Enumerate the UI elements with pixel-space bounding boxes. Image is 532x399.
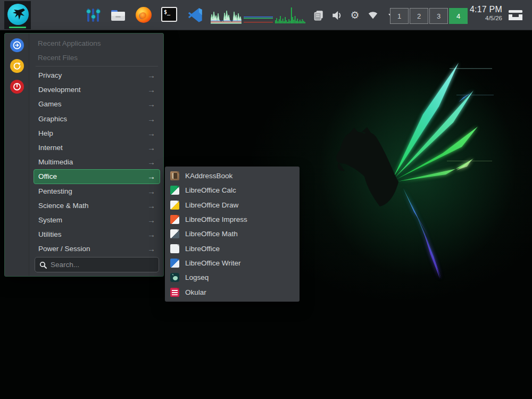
parrot-logo-bird-icon bbox=[7, 4, 29, 25]
category-games[interactable]: Games→ bbox=[34, 97, 160, 111]
workspace-3[interactable]: 3 bbox=[429, 8, 448, 24]
app-label: LibreOffice bbox=[185, 245, 220, 253]
lo-main-icon bbox=[170, 244, 179, 253]
applications-menu: Recent Applications Recent Files Privacy… bbox=[4, 33, 164, 277]
lo-math-icon bbox=[170, 229, 179, 238]
system-monitor-graphs[interactable] bbox=[211, 6, 306, 26]
app-label: Okular bbox=[185, 288, 206, 296]
launcher-active-indicator bbox=[9, 27, 26, 28]
category-list: Privacy→Development→Games→Graphics→Help→… bbox=[34, 68, 160, 256]
workspace-1[interactable]: 1 bbox=[390, 8, 409, 24]
memory-lines-graph bbox=[244, 6, 273, 26]
submenu-arrow-icon: → bbox=[147, 129, 155, 138]
category-privacy[interactable]: Privacy→ bbox=[34, 68, 160, 82]
app-label: Logseq bbox=[185, 273, 209, 281]
category-label: Games bbox=[38, 100, 147, 108]
restart-button[interactable] bbox=[10, 59, 24, 73]
search-input[interactable] bbox=[51, 261, 154, 269]
app-item-kaddressbook[interactable]: KAddressBook bbox=[165, 169, 300, 183]
logout-button[interactable] bbox=[10, 38, 24, 52]
category-science-math[interactable]: Science & Math→ bbox=[34, 198, 160, 213]
search-box[interactable] bbox=[35, 257, 159, 272]
file-manager-icon[interactable] bbox=[110, 7, 126, 23]
desktop: $_ bbox=[0, 0, 532, 399]
parrot-artwork bbox=[314, 37, 527, 303]
app-item-libreoffice-draw[interactable]: LibreOffice Draw bbox=[165, 198, 300, 212]
app-item-libreoffice-impress[interactable]: LibreOffice Impress bbox=[165, 212, 300, 227]
category-office[interactable]: Office→ bbox=[34, 169, 160, 184]
network-spikes-graph bbox=[275, 6, 306, 26]
category-development[interactable]: Development→ bbox=[34, 82, 160, 97]
category-graphics[interactable]: Graphics→ bbox=[34, 112, 160, 126]
category-multimedia[interactable]: Multimedia→ bbox=[34, 155, 160, 169]
category-label: Utilities bbox=[38, 230, 147, 238]
submenu-arrow-icon: → bbox=[147, 99, 155, 109]
lo-writer-icon bbox=[170, 259, 179, 268]
submenu-arrow-icon: → bbox=[147, 157, 155, 167]
system-tray: ⚙ bbox=[313, 0, 397, 30]
submenu-arrow-icon: → bbox=[147, 85, 155, 94]
app-item-libreoffice[interactable]: LibreOffice bbox=[165, 241, 300, 255]
app-item-okular[interactable]: Okular bbox=[165, 285, 300, 299]
category-label: Office bbox=[38, 172, 147, 180]
lo-calc-icon bbox=[170, 186, 179, 195]
submenu-arrow-icon: → bbox=[147, 187, 155, 196]
clock-date: 4/5/26 bbox=[469, 15, 502, 21]
menu-divider bbox=[36, 66, 158, 66]
logseq-icon bbox=[170, 273, 179, 282]
search-row bbox=[34, 257, 160, 272]
app-item-libreoffice-calc[interactable]: LibreOffice Calc bbox=[165, 183, 300, 197]
submenu-arrow-icon: → bbox=[147, 230, 155, 239]
app-label: LibreOffice Writer bbox=[185, 259, 241, 267]
vscode-icon[interactable] bbox=[187, 7, 203, 23]
submenu-arrow-icon: → bbox=[147, 172, 155, 181]
terminal-prompt-glyph: $_ bbox=[164, 9, 170, 15]
print-queue-icon[interactable] bbox=[313, 10, 325, 21]
search-icon bbox=[39, 261, 47, 269]
workspace-4[interactable]: 4 bbox=[449, 8, 468, 24]
app-item-libreoffice-writer[interactable]: LibreOffice Writer bbox=[165, 256, 300, 270]
category-label: System bbox=[38, 216, 147, 224]
terminal-icon[interactable]: $_ bbox=[161, 7, 177, 22]
workspace-2[interactable]: 2 bbox=[410, 8, 428, 24]
category-label: Privacy bbox=[38, 71, 147, 79]
category-label: Multimedia bbox=[38, 158, 147, 166]
settings-gear-icon[interactable]: ⚙ bbox=[349, 10, 361, 21]
category-label: Pentesting bbox=[38, 187, 147, 195]
clock-time: 4:17 PM bbox=[469, 5, 502, 14]
category-system[interactable]: System→ bbox=[34, 213, 160, 227]
category-internet[interactable]: Internet→ bbox=[34, 140, 160, 155]
app-label: KAddressBook bbox=[185, 172, 232, 180]
app-label: LibreOffice Draw bbox=[185, 201, 238, 209]
office-submenu: KAddressBookLibreOffice CalcLibreOffice … bbox=[165, 167, 300, 302]
submenu-arrow-icon: → bbox=[147, 71, 155, 80]
okular-icon bbox=[170, 288, 179, 297]
app-label: LibreOffice Math bbox=[185, 230, 238, 238]
settings-sliders-icon[interactable] bbox=[85, 7, 101, 23]
volume-icon[interactable] bbox=[331, 10, 343, 21]
category-label: Help bbox=[38, 129, 147, 137]
firefox-icon[interactable] bbox=[136, 7, 152, 23]
category-label: Power / Session bbox=[38, 245, 147, 253]
category-label: Graphics bbox=[38, 115, 147, 123]
app-item-logseq[interactable]: Logseq bbox=[165, 270, 300, 285]
category-label: Development bbox=[38, 86, 147, 94]
show-desktop-icon[interactable] bbox=[508, 9, 523, 21]
submenu-arrow-icon: → bbox=[147, 244, 155, 253]
submenu-arrow-icon: → bbox=[147, 201, 155, 210]
wifi-icon[interactable] bbox=[367, 10, 379, 21]
clock[interactable]: 4:17 PM 4/5/26 bbox=[469, 5, 502, 21]
applications-menu-button[interactable] bbox=[4, 1, 31, 29]
app-item-libreoffice-math[interactable]: LibreOffice Math bbox=[165, 227, 300, 241]
shutdown-button[interactable] bbox=[10, 80, 24, 94]
recent-applications-item[interactable]: Recent Applications bbox=[34, 36, 160, 51]
category-pentesting[interactable]: Pentesting→ bbox=[34, 184, 160, 198]
recent-files-item[interactable]: Recent Files bbox=[34, 51, 160, 65]
kaddressbook-icon bbox=[170, 171, 179, 180]
app-label: LibreOffice Calc bbox=[185, 186, 236, 194]
cpu-history-graph bbox=[211, 6, 242, 26]
category-power-session[interactable]: Power / Session→ bbox=[34, 242, 160, 256]
category-help[interactable]: Help→ bbox=[34, 126, 160, 140]
session-buttons-column bbox=[5, 34, 29, 276]
category-utilities[interactable]: Utilities→ bbox=[34, 227, 160, 242]
